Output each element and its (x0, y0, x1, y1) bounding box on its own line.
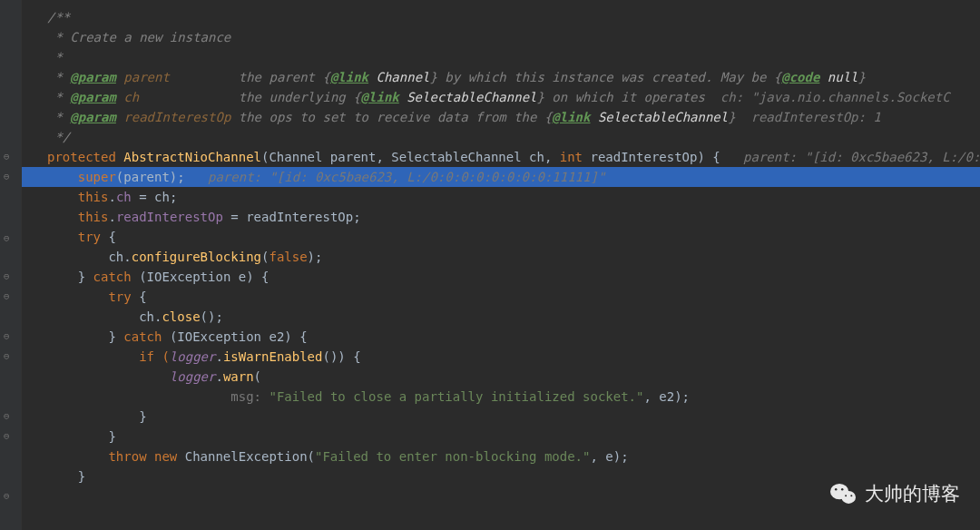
code-line: * Create a new instance (22, 27, 980, 47)
fold-icon[interactable]: ⊖ (4, 229, 15, 240)
code-line: this.readInterestOp = readInterestOp; (22, 207, 980, 227)
code-line: * (22, 47, 980, 67)
code-line: protected AbstractNioChannel(Channel par… (22, 147, 980, 167)
code-line: } catch (IOException e2) { (22, 327, 980, 347)
svg-point-4 (845, 495, 847, 496)
parameter-hint: msg: (230, 389, 269, 404)
code-line: try { (22, 227, 980, 247)
code-line: * @param readInterestOp the ops to set t… (22, 107, 980, 127)
wechat-icon (830, 483, 856, 505)
code-line: throw new ChannelException("Failed to en… (22, 447, 980, 466)
fold-icon[interactable]: ⊖ (4, 427, 15, 437)
inlay-hint: parent: "[id: 0xc5bae623, L:/0:0:0:0:0:0… (185, 170, 606, 184)
watermark: 大帅的博客 (830, 483, 960, 505)
code-line: /** (22, 7, 980, 27)
code-editor[interactable]: /** * Create a new instance * * @param p… (22, 0, 980, 530)
code-line: * @param ch the underlying {@link Select… (22, 87, 980, 107)
code-line: * @param parent the parent {@link Channe… (22, 67, 980, 87)
code-line: } (22, 407, 980, 427)
svg-point-1 (841, 491, 856, 504)
fold-icon[interactable]: ⊖ (4, 486, 15, 497)
code-line: } (22, 427, 980, 447)
code-line: logger.warn( (22, 367, 980, 387)
fold-icon[interactable]: ⊖ (4, 267, 15, 278)
code-line: */ (22, 127, 980, 147)
code-line: msg: "Failed to close a partially initia… (22, 387, 980, 407)
code-line: this.ch = ch; (22, 187, 980, 207)
fold-icon[interactable]: ⊖ (4, 327, 15, 338)
inlay-hint: parent: "[id: 0xc5bae623, L:/0: (720, 150, 980, 164)
svg-point-3 (841, 488, 843, 490)
svg-point-5 (850, 495, 852, 496)
fold-icon[interactable]: ⊖ (4, 287, 15, 298)
inlay-hint: ch: "java.nio.channels.SocketC (705, 90, 950, 104)
svg-point-2 (835, 488, 837, 490)
watermark-text: 大帅的博客 (865, 484, 960, 504)
code-line: ch.close(); (22, 307, 980, 327)
code-line: if (logger.isWarnEnabled()) { (22, 347, 980, 367)
fold-icon[interactable]: ⊖ (4, 147, 15, 158)
fold-icon[interactable]: ⊖ (4, 347, 15, 358)
fold-icon[interactable]: ⊖ (4, 407, 15, 417)
code-line: try { (22, 287, 980, 307)
code-line-highlighted: super(parent); parent: "[id: 0xc5bae623,… (22, 167, 980, 187)
code-line: } catch (IOException e) { (22, 267, 980, 287)
inlay-hint: readInterestOp: 1 (736, 110, 881, 124)
editor-gutter: ⊖ ⊖ ⊖ ⊖ ⊖ ⊖ ⊖ ⊖ ⊖ ⊖ (0, 0, 22, 530)
code-line: ch.configureBlocking(false); (22, 247, 980, 267)
fold-icon[interactable]: ⊖ (4, 167, 15, 178)
